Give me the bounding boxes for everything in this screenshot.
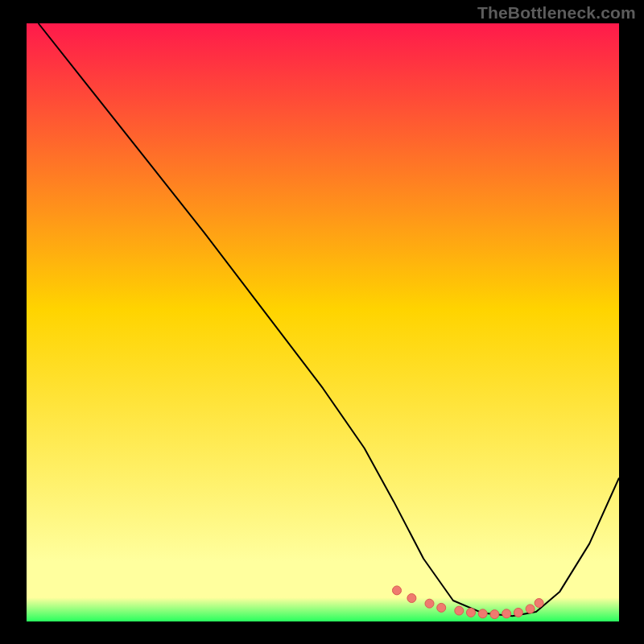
optimal-marker [407,594,416,603]
optimal-marker [502,609,511,618]
optimal-marker [467,608,476,617]
optimal-marker [526,605,535,613]
optimal-marker [437,603,446,612]
gradient-background [27,23,619,621]
chart-frame: TheBottleneck.com [0,0,644,644]
watermark-text: TheBottleneck.com [477,3,636,23]
optimal-marker [514,608,522,617]
optimal-marker [455,606,464,615]
optimal-marker [393,586,402,595]
optimal-marker [490,610,499,619]
bottleneck-chart [0,0,644,644]
optimal-marker [478,609,487,618]
optimal-marker [535,599,543,608]
optimal-marker [425,599,434,608]
